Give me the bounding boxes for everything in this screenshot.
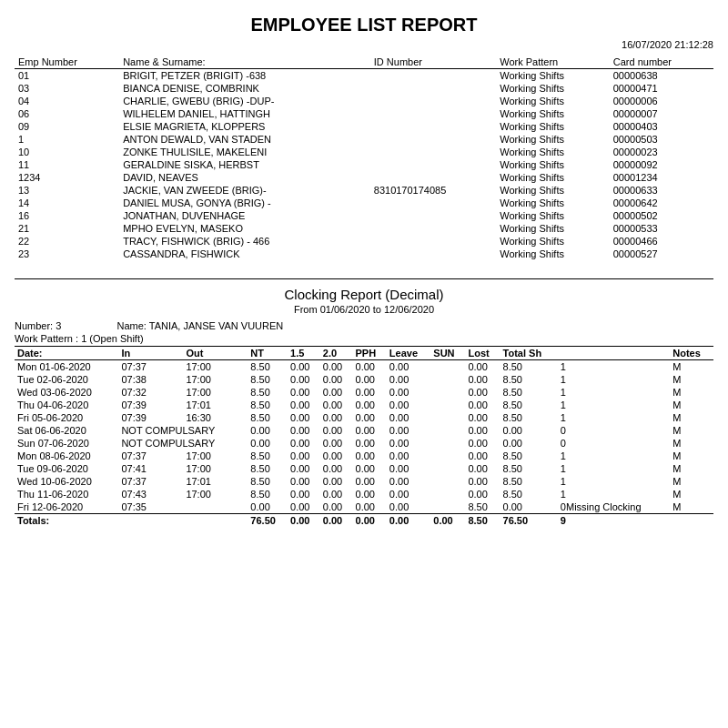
clock-leave: 0.00 bbox=[387, 360, 430, 374]
clock-col-totalsh: Total Sh bbox=[500, 347, 558, 360]
clock-in: 07:35 bbox=[118, 500, 183, 514]
emp-name: DAVID, NEAVES bbox=[119, 171, 370, 184]
clock-in: 07:37 bbox=[118, 475, 183, 488]
emp-id bbox=[370, 95, 496, 107]
clock-col-nt: NT bbox=[248, 347, 288, 360]
clock-row: Sat 06-06-2020 NOT COMPULSARY 0.00 0.00 … bbox=[15, 424, 713, 437]
clock-nt: 8.50 bbox=[248, 488, 288, 500]
emp-name: JONATHAN, DUVENHAGE bbox=[119, 209, 370, 222]
emp-id bbox=[370, 146, 496, 158]
clock-20: 0.00 bbox=[320, 462, 353, 475]
totals-20: 0.00 bbox=[320, 514, 353, 528]
clock-lost: 0.00 bbox=[465, 462, 500, 475]
clock-15: 0.00 bbox=[288, 360, 320, 374]
emp-num: 1234 bbox=[15, 171, 119, 184]
emp-num: 11 bbox=[15, 158, 119, 171]
work-pattern-value: 1 (Open Shift) bbox=[81, 333, 143, 344]
emp-id bbox=[370, 222, 496, 235]
clock-sun bbox=[430, 462, 465, 475]
emp-num: 01 bbox=[15, 69, 119, 83]
emp-num: 09 bbox=[15, 120, 119, 133]
emp-name: JACKIE, VAN ZWEEDE (BRIG)- bbox=[119, 184, 370, 197]
col-name: Name & Surname: bbox=[119, 56, 370, 69]
emp-num: 03 bbox=[15, 82, 119, 95]
clock-col-lost: Lost bbox=[465, 347, 500, 360]
emp-num: 04 bbox=[15, 95, 119, 107]
clock-out: 17:00 bbox=[183, 386, 248, 399]
clock-lost: 0.00 bbox=[465, 475, 500, 488]
clock-pph: 0.00 bbox=[353, 360, 387, 374]
clocking-range: From 01/06/2020 to 12/06/2020 bbox=[15, 304, 713, 315]
emp-num: 14 bbox=[15, 197, 119, 209]
clock-nt: 0.00 bbox=[248, 424, 288, 437]
clock-lost: 0.00 bbox=[465, 488, 500, 500]
emp-name: MPHO EVELYN, MASEKO bbox=[119, 222, 370, 235]
name-label: Name: bbox=[117, 320, 147, 331]
emp-card-number: 00000503 bbox=[610, 133, 713, 146]
emp-work-pattern: Working Shifts bbox=[496, 248, 610, 260]
clocking-meta-number: Number: 3 Name: TANIA, JANSE VAN VUUREN bbox=[15, 320, 713, 331]
emp-num: 06 bbox=[15, 107, 119, 120]
emp-id bbox=[370, 171, 496, 184]
totals-sun: 0.00 bbox=[430, 514, 465, 528]
table-row: 16 JONATHAN, DUVENHAGE Working Shifts 00… bbox=[15, 209, 713, 222]
clock-leave: 0.00 bbox=[387, 411, 430, 424]
clock-out: 17:01 bbox=[183, 399, 248, 411]
emp-card-number: 00000023 bbox=[610, 146, 713, 158]
clock-col-15: 1.5 bbox=[288, 347, 320, 360]
clock-row: Tue 02-06-2020 07:38 17:00 8.50 0.00 0.0… bbox=[15, 373, 713, 386]
clock-nt: 8.50 bbox=[248, 373, 288, 386]
col-work-pattern: Work Pattern bbox=[496, 56, 610, 69]
report-title: EMPLOYEE LIST REPORT bbox=[15, 15, 713, 35]
emp-name: TRACY, FISHWICK (BRIG) - 466 bbox=[119, 235, 370, 248]
emp-work-pattern: Working Shifts bbox=[496, 146, 610, 158]
clock-20: 0.00 bbox=[320, 500, 353, 514]
clock-date: Fri 12-06-2020 bbox=[15, 500, 118, 514]
emp-card-number: 00000533 bbox=[610, 222, 713, 235]
clock-15: 0.00 bbox=[288, 475, 320, 488]
clock-totalsh: 8.50 bbox=[500, 488, 558, 500]
emp-id bbox=[370, 120, 496, 133]
clock-totalsh: 0.00 bbox=[500, 500, 558, 514]
clock-date: Sat 06-06-2020 bbox=[15, 424, 118, 437]
clock-row: Thu 11-06-2020 07:43 17:00 8.50 0.00 0.0… bbox=[15, 488, 713, 500]
clock-pph: 0.00 bbox=[353, 373, 387, 386]
clock-20: 0.00 bbox=[320, 411, 353, 424]
clock-20: 0.00 bbox=[320, 424, 353, 437]
clock-col12: 1 bbox=[558, 411, 670, 424]
emp-card-number: 00000466 bbox=[610, 235, 713, 248]
emp-num: 22 bbox=[15, 235, 119, 248]
emp-work-pattern: Working Shifts bbox=[496, 209, 610, 222]
clock-totalsh: 8.50 bbox=[500, 411, 558, 424]
clock-sun bbox=[430, 373, 465, 386]
clock-pph: 0.00 bbox=[353, 437, 387, 450]
emp-card-number: 00000403 bbox=[610, 120, 713, 133]
clock-in: 07:37 bbox=[118, 360, 183, 374]
emp-work-pattern: Working Shifts bbox=[496, 107, 610, 120]
table-row: 10 ZONKE THULISILE, MAKELENI Working Shi… bbox=[15, 146, 713, 158]
emp-card-number: 00000471 bbox=[610, 82, 713, 95]
clock-20: 0.00 bbox=[320, 450, 353, 462]
clocking-table: Date: In Out NT 1.5 2.0 PPH Leave SUN Lo… bbox=[15, 346, 713, 527]
clock-lost: 0.00 bbox=[465, 424, 500, 437]
clock-sun bbox=[430, 360, 465, 374]
clock-pph: 0.00 bbox=[353, 386, 387, 399]
clock-sun bbox=[430, 437, 465, 450]
date-stamp: 16/07/2020 21:12:28 bbox=[15, 39, 713, 50]
emp-id bbox=[370, 133, 496, 146]
clock-leave: 0.00 bbox=[387, 450, 430, 462]
clock-col-sun: SUN bbox=[430, 347, 465, 360]
clock-nt: 0.00 bbox=[248, 500, 288, 514]
emp-card-number: 00000092 bbox=[610, 158, 713, 171]
clock-pph: 0.00 bbox=[353, 475, 387, 488]
clock-15: 0.00 bbox=[288, 500, 320, 514]
clock-col-notes: Notes bbox=[670, 347, 713, 360]
clock-date: Fri 05-06-2020 bbox=[15, 411, 118, 424]
clock-nt: 8.50 bbox=[248, 450, 288, 462]
emp-id bbox=[370, 235, 496, 248]
clock-date: Wed 03-06-2020 bbox=[15, 386, 118, 399]
clock-row: Sun 07-06-2020 NOT COMPULSARY 0.00 0.00 … bbox=[15, 437, 713, 450]
number-label: Number: bbox=[15, 320, 53, 331]
clock-totalsh: 8.50 bbox=[500, 399, 558, 411]
clock-20: 0.00 bbox=[320, 437, 353, 450]
